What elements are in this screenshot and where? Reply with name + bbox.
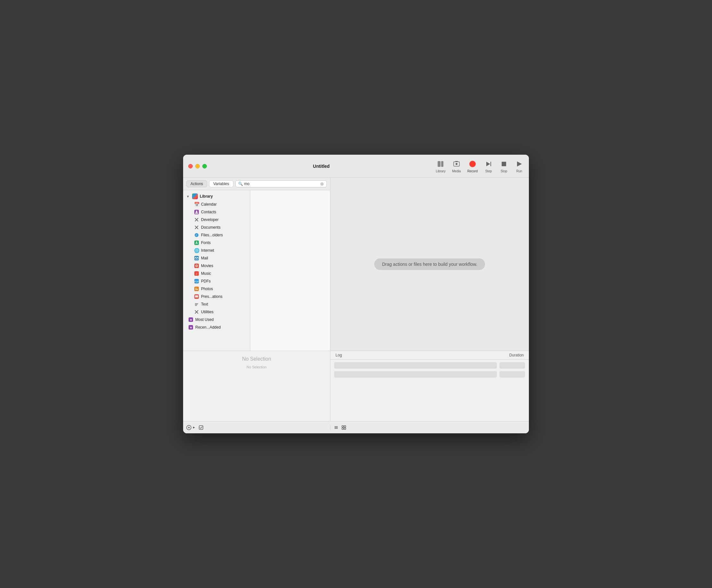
window-title: Untitled — [207, 164, 436, 169]
svg-text:F: F — [196, 234, 197, 237]
add-action-button[interactable] — [186, 425, 196, 430]
step-label: Step — [486, 169, 492, 173]
svg-rect-0 — [438, 161, 440, 167]
main-window: Untitled Library — [183, 155, 529, 433]
sidebar-item-calendar[interactable]: 📅 Calendar — [185, 201, 249, 208]
run-label: Run — [516, 169, 522, 173]
sidebar-presentations-label: Pres...ations — [201, 294, 222, 299]
library-button[interactable]: Library — [436, 160, 446, 173]
sidebar-item-mostused[interactable]: ★ Most Used — [185, 316, 249, 323]
movies-icon — [194, 263, 199, 268]
actions-tab[interactable]: Actions — [186, 180, 207, 187]
left-panel: Actions Variables 🔍 ⊗ ▼ Library — [183, 178, 330, 351]
no-selection-title: No Selection — [242, 356, 271, 362]
no-selection-panel: No Selection No Selection — [183, 351, 330, 421]
library-icon — [436, 160, 445, 168]
stop-button[interactable]: Stop — [499, 160, 509, 173]
sidebar-photos-label: Photos — [201, 287, 213, 291]
run-button[interactable]: Run — [515, 160, 524, 173]
step-icon — [484, 160, 493, 168]
svg-point-5 — [469, 161, 476, 167]
sidebar-item-developer[interactable]: Developer — [185, 216, 249, 224]
bottom-toolbar — [183, 421, 529, 433]
sidebar-movies-label: Movies — [201, 264, 213, 268]
log-row-bar — [334, 362, 497, 369]
search-clear-icon[interactable]: ⊗ — [320, 182, 324, 186]
sidebar-item-library[interactable]: ▼ Library — [185, 192, 249, 201]
sidebar: ▼ Library 📅 Calendar Contacts — [183, 190, 250, 351]
sidebar-item-photos[interactable]: Photos — [185, 285, 249, 293]
sidebar-item-files[interactable]: F Files...olders — [185, 231, 249, 239]
contacts-icon — [194, 209, 199, 215]
log-row-bar — [334, 371, 497, 378]
svg-rect-52 — [344, 426, 346, 427]
drop-hint: Drag actions or files here to build your… — [374, 258, 485, 270]
search-icon: 🔍 — [238, 182, 243, 186]
chevron-down-icon: ▼ — [186, 195, 190, 198]
sidebar-music-label: Music — [201, 271, 211, 276]
svg-rect-8 — [502, 162, 506, 166]
svg-text:PDF: PDF — [194, 280, 199, 283]
svg-rect-47 — [199, 426, 203, 429]
variables-tab[interactable]: Variables — [209, 180, 233, 187]
minimize-button[interactable] — [195, 164, 200, 168]
sidebar-item-contacts[interactable]: Contacts — [185, 208, 249, 216]
sidebar-item-utilities[interactable]: Utilities — [185, 308, 249, 316]
list-view-button[interactable] — [333, 425, 339, 430]
log-header: Log Duration — [330, 351, 529, 360]
svg-text:★: ★ — [190, 326, 192, 329]
stop-label: Stop — [501, 169, 508, 173]
record-button[interactable]: Record — [468, 160, 478, 173]
svg-point-30 — [196, 288, 197, 289]
step-button[interactable]: Step — [484, 160, 493, 173]
log-label: Log — [336, 353, 509, 357]
library-color-icon — [192, 193, 198, 199]
bottom-section: No Selection No Selection Log Duration — [183, 351, 529, 421]
traffic-lights — [188, 164, 207, 168]
mail-icon — [194, 256, 199, 261]
svg-text:★: ★ — [190, 318, 192, 321]
log-panel: Log Duration — [330, 351, 529, 421]
mostused-icon: ★ — [188, 317, 193, 322]
svg-rect-54 — [344, 428, 346, 429]
log-rows — [330, 360, 529, 421]
check-button[interactable] — [198, 425, 203, 430]
sidebar-pdfs-label: PDFs — [201, 279, 211, 284]
sidebar-item-pdfs[interactable]: PDF PDFs — [185, 277, 249, 285]
developer-icon — [194, 217, 199, 222]
sidebar-item-documents[interactable]: Documents — [185, 224, 249, 231]
sidebar-item-recentlyadded[interactable]: ★ Recen...Added — [185, 323, 249, 331]
svg-text:♪: ♪ — [196, 272, 197, 275]
sidebar-item-internet[interactable]: 🌐 Internet — [185, 247, 249, 254]
svg-point-11 — [196, 211, 197, 212]
fonts-icon: A — [194, 240, 199, 245]
svg-rect-4 — [455, 161, 458, 162]
sidebar-item-text[interactable]: Text — [185, 300, 249, 308]
search-input[interactable] — [244, 182, 319, 186]
sidebar-item-music[interactable]: ♪ Music — [185, 270, 249, 277]
log-row-duration — [499, 362, 525, 369]
sidebar-internet-label: Internet — [201, 248, 214, 253]
bottom-toolbar-left — [183, 425, 330, 430]
photos-icon — [194, 286, 199, 291]
sidebar-item-mail[interactable]: Mail — [185, 254, 249, 262]
close-button[interactable] — [188, 164, 193, 168]
svg-marker-9 — [517, 162, 522, 167]
sidebar-fonts-label: Fonts — [201, 240, 211, 245]
workflow-area[interactable]: Drag actions or files here to build your… — [330, 178, 529, 351]
music-icon: ♪ — [194, 271, 199, 276]
maximize-button[interactable] — [202, 164, 207, 168]
sidebar-item-fonts[interactable]: A Fonts — [185, 239, 249, 247]
presentations-icon — [194, 294, 199, 299]
internet-icon: 🌐 — [194, 248, 199, 253]
media-button[interactable]: Media — [452, 160, 461, 173]
titlebar: Untitled Library — [183, 155, 529, 178]
grid-view-button[interactable] — [341, 425, 346, 430]
media-label: Media — [452, 169, 461, 173]
sidebar-item-movies[interactable]: Movies — [185, 262, 249, 270]
run-icon — [515, 160, 524, 168]
record-label: Record — [468, 169, 478, 173]
sidebar-item-presentations[interactable]: Pres...ations — [185, 293, 249, 300]
sidebar-contacts-label: Contacts — [201, 210, 216, 214]
toolbar-buttons: Library Media — [436, 160, 524, 173]
